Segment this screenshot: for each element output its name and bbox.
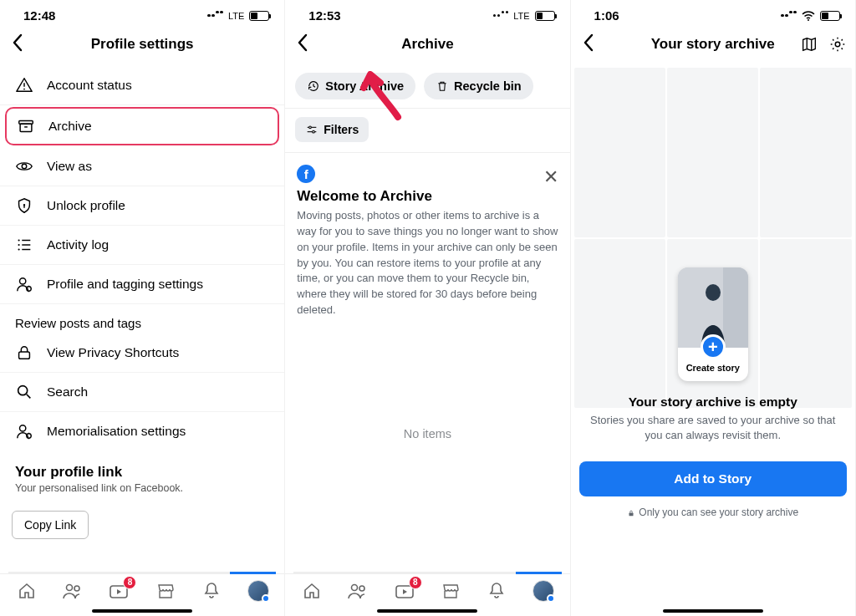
- svg-point-19: [20, 425, 26, 431]
- empty-body: Stories you share are saved to your arch…: [584, 413, 842, 443]
- tab-home[interactable]: [14, 579, 39, 603]
- status-right: LTE: [493, 11, 555, 21]
- chevron-left-icon: [583, 33, 594, 52]
- tab-home[interactable]: [299, 579, 324, 603]
- chip-story-archive[interactable]: Story Archive: [295, 73, 415, 99]
- shield-icon: [15, 196, 33, 215]
- welcome-body: Moving posts, photos or other items to a…: [297, 208, 558, 318]
- filters-button[interactable]: Filters: [295, 117, 369, 142]
- svg-point-12: [18, 248, 19, 250]
- svg-rect-3: [20, 124, 32, 131]
- copy-link-button[interactable]: Copy Link: [12, 511, 89, 539]
- svg-point-14: [20, 278, 26, 284]
- svg-point-22: [74, 586, 79, 591]
- status-time: 1:06: [594, 8, 619, 23]
- tab-marketplace[interactable]: [153, 579, 178, 603]
- svg-point-6: [23, 204, 25, 206]
- tab-profile[interactable]: [246, 579, 271, 603]
- tab-bar: 8: [285, 573, 569, 604]
- row-account-status[interactable]: Account status: [0, 66, 284, 105]
- eye-icon: [15, 157, 33, 176]
- row-profile-tagging[interactable]: Profile and tagging settings: [0, 265, 284, 304]
- tab-friends[interactable]: [60, 579, 85, 603]
- tab-watch[interactable]: 8: [106, 579, 131, 603]
- status-time: 12:53: [308, 8, 340, 23]
- tab-watch[interactable]: 8: [392, 579, 417, 603]
- marketplace-icon: [155, 581, 176, 601]
- archive-box-icon: [17, 117, 35, 135]
- close-button[interactable]: ✕: [543, 166, 558, 188]
- add-to-story-button[interactable]: Add to Story: [579, 461, 847, 496]
- profile-link-section: Your profile link Your personalised link…: [0, 451, 284, 497]
- chip-label: Story Archive: [325, 79, 404, 93]
- avatar: [532, 580, 554, 602]
- svg-point-17: [18, 386, 28, 395]
- page-title: Your story archive: [651, 36, 775, 53]
- map-button[interactable]: [800, 35, 818, 53]
- chevron-left-icon: [12, 33, 23, 52]
- list-icon: [15, 236, 33, 254]
- row-label: Activity log: [47, 237, 109, 252]
- row-privacy-shortcuts[interactable]: View Privacy Shortcuts: [0, 333, 284, 373]
- row-activity-log[interactable]: Activity log: [0, 226, 284, 265]
- chip-recycle-bin[interactable]: Recycle bin: [424, 73, 533, 99]
- watch-badge: 8: [409, 576, 422, 589]
- page-title: Archive: [401, 36, 453, 53]
- svg-rect-36: [629, 512, 634, 516]
- settings-button[interactable]: [828, 35, 847, 53]
- empty-state: Your story archive is empty Stories you …: [571, 381, 855, 451]
- svg-point-35: [706, 284, 721, 301]
- bell-icon: [487, 581, 506, 601]
- row-unlock-profile[interactable]: Unlock profile: [0, 186, 284, 226]
- back-button[interactable]: [583, 33, 594, 55]
- back-button[interactable]: [12, 33, 23, 55]
- svg-point-28: [352, 584, 358, 590]
- no-items-label: No items: [285, 427, 569, 440]
- svg-point-8: [18, 239, 19, 241]
- row-label: Account status: [47, 78, 132, 93]
- row-memorialisation[interactable]: Memorialisation settings: [0, 412, 284, 451]
- status-bar: 12:53 LTE: [285, 0, 569, 26]
- link-subtitle: Your personalised link on Facebook.: [15, 482, 269, 494]
- create-story-card[interactable]: + Create story: [678, 267, 748, 380]
- lock-icon: [627, 509, 635, 517]
- tab-marketplace[interactable]: [438, 579, 463, 603]
- screen-archive: 12:53 LTE Archive Story Archive Recycle …: [285, 0, 570, 616]
- welcome-title: Welcome to Archive: [297, 188, 558, 205]
- map-icon: [800, 35, 818, 53]
- friends-icon: [62, 581, 84, 601]
- lock-icon: [15, 344, 33, 362]
- clock-history-icon: [307, 79, 320, 93]
- status-time: 12:48: [23, 8, 55, 23]
- trash-icon: [436, 79, 449, 93]
- row-search[interactable]: Search: [0, 373, 284, 412]
- row-label: View as: [47, 159, 92, 174]
- tab-notifications[interactable]: [199, 579, 224, 603]
- svg-rect-16: [19, 352, 30, 359]
- back-button[interactable]: [297, 33, 308, 55]
- pager-indicator: [293, 572, 561, 573]
- tab-notifications[interactable]: [484, 579, 509, 603]
- tab-profile[interactable]: [531, 579, 556, 603]
- search-icon: [15, 383, 33, 401]
- network-label: LTE: [228, 11, 244, 21]
- signal-dots-icon: [207, 14, 223, 18]
- tab-friends[interactable]: [345, 579, 370, 603]
- row-view-as[interactable]: View as: [0, 147, 284, 186]
- battery-icon: [820, 11, 840, 21]
- svg-point-32: [835, 42, 840, 47]
- network-label: LTE: [513, 11, 529, 21]
- status-right: [781, 11, 840, 21]
- screen-profile-settings: 12:48 LTE Profile settings Account statu…: [0, 0, 285, 616]
- row-label: Profile and tagging settings: [47, 277, 203, 292]
- privacy-text: Only you can see your story archive: [639, 507, 798, 518]
- row-label: Search: [47, 384, 88, 400]
- home-indicator: [377, 609, 477, 613]
- row-label: Memorialisation settings: [47, 424, 186, 439]
- chevron-left-icon: [297, 33, 308, 52]
- battery-icon: [535, 11, 555, 21]
- row-label: Archive: [48, 119, 92, 134]
- settings-list: Account status Archive View as Unlock pr…: [0, 66, 284, 572]
- svg-point-21: [67, 584, 73, 590]
- row-archive[interactable]: Archive: [5, 107, 279, 145]
